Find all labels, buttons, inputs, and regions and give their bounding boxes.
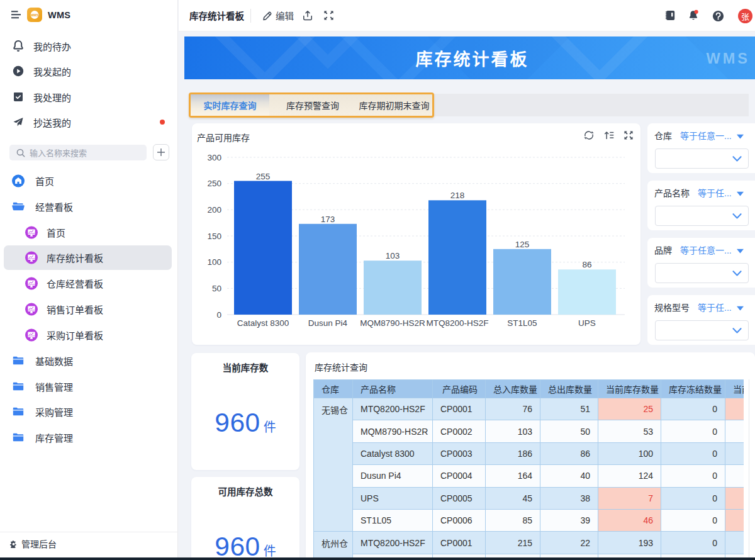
svg-text:173: 173 (321, 215, 335, 224)
svg-text:150: 150 (207, 232, 221, 241)
svg-text:Dusun Pi4: Dusun Pi4 (308, 318, 348, 328)
svg-text:WMS: WMS (31, 13, 39, 17)
svg-text:Catalyst 8300: Catalyst 8300 (237, 318, 289, 328)
svg-text:MTQ8200-HS2F: MTQ8200-HS2F (426, 318, 488, 328)
svg-text:125: 125 (515, 240, 530, 249)
svg-text:MQM8790-HS2R: MQM8790-HS2R (360, 318, 425, 328)
svg-text:100: 100 (207, 257, 221, 267)
svg-text:218: 218 (450, 191, 465, 200)
svg-text:255: 255 (256, 172, 271, 181)
svg-text:86: 86 (582, 260, 591, 269)
svg-text:0: 0 (216, 310, 221, 320)
svg-text:103: 103 (386, 251, 400, 260)
svg-text:300: 300 (207, 153, 221, 162)
svg-text:50: 50 (212, 284, 221, 293)
svg-text:250: 250 (207, 179, 221, 188)
svg-text:200: 200 (207, 205, 221, 215)
svg-text:UPS: UPS (578, 318, 596, 328)
svg-text:ST1L05: ST1L05 (507, 318, 537, 328)
